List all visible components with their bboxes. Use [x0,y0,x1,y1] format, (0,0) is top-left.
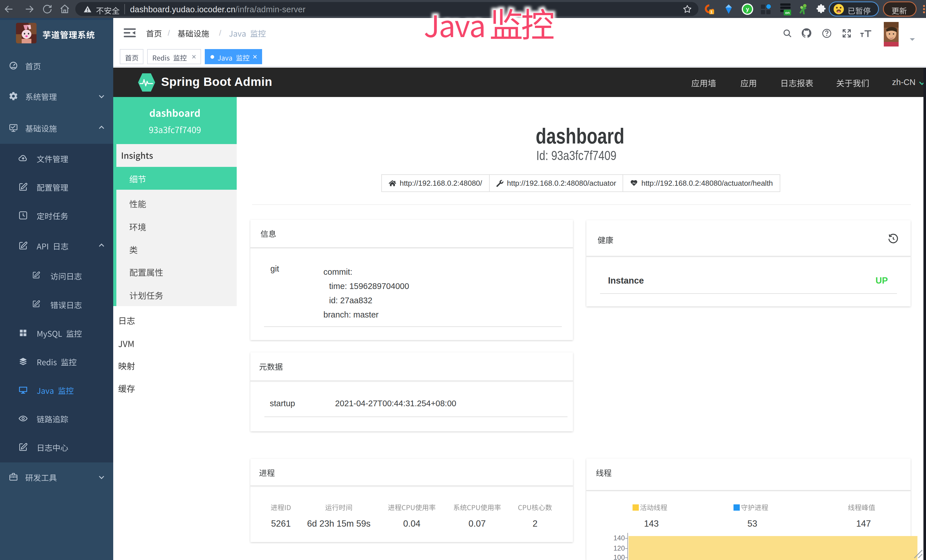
svg-text:y: y [746,6,749,12]
svg-text:1: 1 [710,10,713,14]
svg-text:on: on [785,11,790,15]
